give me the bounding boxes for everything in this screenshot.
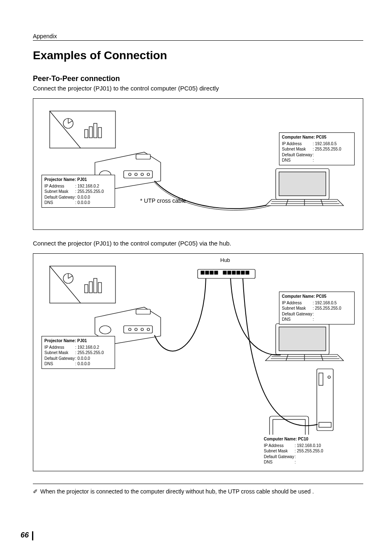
svg-rect-29 [89,282,92,293]
svg-rect-38 [228,271,231,274]
computer05-info: Computer Name: PC05 IP Address: 192.168.… [279,292,355,324]
svg-rect-51 [279,327,326,351]
svg-rect-5 [85,130,88,138]
svg-line-27 [68,276,72,278]
section-header: Appendix [33,33,363,41]
svg-line-1 [50,111,81,148]
svg-rect-39 [232,271,235,274]
svg-rect-31 [98,283,101,293]
svg-point-46 [135,328,137,331]
svg-rect-35 [210,271,213,274]
svg-rect-17 [279,172,326,196]
pencil-icon: ✐ [33,487,38,496]
hub-label: Hub [220,257,230,263]
svg-rect-33 [201,271,204,274]
diagram-hub: Hub Projector Name: PJ01 IP Address: 192… [33,253,363,471]
svg-point-43 [99,326,111,334]
projector-info-1: Projector Name: PJ01 IP Address: 192.168… [42,175,115,208]
svg-point-11 [129,173,131,176]
svg-point-47 [141,328,143,331]
cable-label: * UTP cross cable [140,197,186,204]
svg-point-63 [328,376,330,378]
diagram-direct: * UTP cross cable Projector Name: PJ01 I… [33,98,363,230]
page-title: Examples of Connection [33,49,363,62]
page-bar [32,531,33,540]
svg-point-14 [147,173,150,176]
svg-rect-62 [319,373,323,385]
svg-rect-37 [223,271,226,274]
footnote-text: When the projector is connected to the c… [40,487,314,496]
info-title: Projector Name: PJ01 [44,177,112,183]
svg-rect-30 [94,278,97,293]
svg-point-12 [135,173,137,176]
svg-rect-15 [136,154,150,159]
svg-rect-42 [246,271,249,274]
svg-line-24 [50,266,81,303]
svg-rect-6 [89,127,92,138]
computer-info-1: Computer Name: PC05 IP Address: 192.168.… [279,132,355,165]
svg-point-48 [147,328,150,331]
intro-text-1: Connect the projector (PJ01) to the cont… [33,85,363,92]
svg-rect-8 [98,127,101,138]
svg-rect-34 [205,271,209,274]
svg-rect-0 [50,111,115,148]
info-title: Computer Name: PC05 [282,134,352,140]
projector-info-2: Projector Name: PJ01 IP Address: 192.168… [42,336,115,369]
svg-rect-28 [85,285,88,293]
svg-rect-40 [237,271,240,274]
svg-rect-41 [241,271,244,274]
svg-rect-23 [50,266,115,303]
page-number: 66 [21,531,29,540]
svg-rect-49 [136,309,150,314]
svg-point-45 [129,328,131,331]
intro-text-2: Connect the projector (PJ01) to the cont… [33,240,363,247]
footnote-area: ✐ When the projector is connected to the… [33,484,363,496]
svg-rect-36 [214,271,218,274]
svg-point-13 [141,173,143,176]
svg-line-4 [68,121,72,123]
svg-rect-64 [319,422,331,427]
computer10-info: Computer Name: PC10 IP Address: 192.168.… [261,435,338,467]
svg-rect-7 [94,123,97,138]
subsection-heading: Peer-To-Peer connection [33,74,363,83]
